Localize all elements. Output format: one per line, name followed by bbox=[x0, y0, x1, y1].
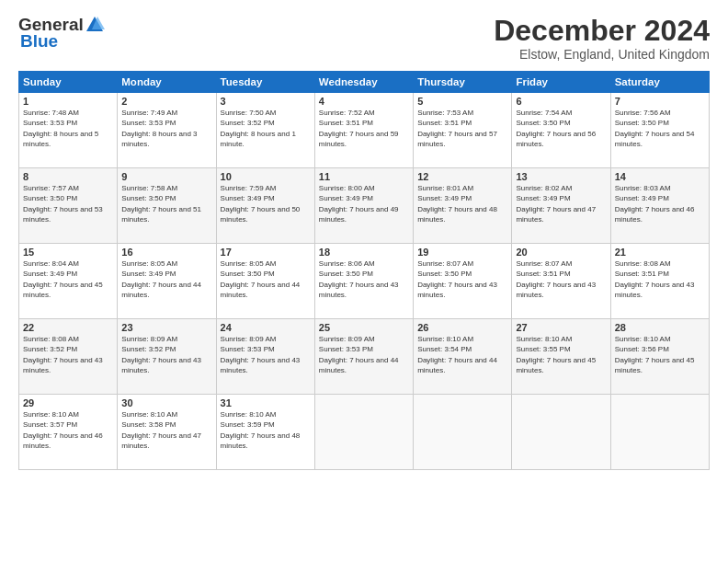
day-info: Sunrise: 8:10 AMSunset: 3:55 PMDaylight:… bbox=[516, 334, 606, 375]
day-info: Sunrise: 8:09 AMSunset: 3:53 PMDaylight:… bbox=[221, 334, 311, 375]
day-cell: 1 Sunrise: 7:48 AMSunset: 3:53 PMDayligh… bbox=[19, 93, 118, 168]
day-number: 22 bbox=[23, 322, 113, 333]
day-cell: 28 Sunrise: 8:10 AMSunset: 3:56 PMDaylig… bbox=[610, 319, 709, 395]
day-info: Sunrise: 7:57 AMSunset: 3:50 PMDaylight:… bbox=[23, 183, 113, 224]
day-number: 24 bbox=[221, 322, 311, 333]
day-info: Sunrise: 8:05 AMSunset: 3:50 PMDaylight:… bbox=[221, 259, 311, 300]
day-number: 29 bbox=[23, 397, 113, 408]
weekday-header-thursday: Thursday bbox=[414, 72, 512, 93]
day-number: 14 bbox=[615, 171, 705, 182]
day-info: Sunrise: 8:02 AMSunset: 3:49 PMDaylight:… bbox=[516, 183, 606, 224]
day-cell: 20 Sunrise: 8:07 AMSunset: 3:51 PMDaylig… bbox=[512, 244, 610, 319]
day-number: 26 bbox=[417, 322, 507, 333]
day-number: 15 bbox=[23, 247, 113, 258]
day-cell: 3 Sunrise: 7:50 AMSunset: 3:52 PMDayligh… bbox=[216, 93, 314, 168]
day-number: 6 bbox=[516, 96, 606, 107]
day-number: 9 bbox=[121, 171, 211, 182]
day-info: Sunrise: 8:08 AMSunset: 3:52 PMDaylight:… bbox=[23, 334, 113, 375]
week-row-4: 22 Sunrise: 8:08 AMSunset: 3:52 PMDaylig… bbox=[19, 319, 710, 395]
header: General Blue December 2024 Elstow, Engla… bbox=[18, 15, 710, 62]
day-info: Sunrise: 7:59 AMSunset: 3:49 PMDaylight:… bbox=[221, 183, 311, 224]
day-number: 12 bbox=[417, 171, 507, 182]
weekday-header-monday: Monday bbox=[118, 72, 216, 93]
day-cell: 24 Sunrise: 8:09 AMSunset: 3:53 PMDaylig… bbox=[216, 319, 314, 395]
day-cell: 30 Sunrise: 8:10 AMSunset: 3:58 PMDaylig… bbox=[118, 395, 216, 470]
day-number: 20 bbox=[516, 247, 606, 258]
day-cell: 21 Sunrise: 8:08 AMSunset: 3:51 PMDaylig… bbox=[610, 244, 709, 319]
day-cell: 25 Sunrise: 8:09 AMSunset: 3:53 PMDaylig… bbox=[314, 319, 413, 395]
day-cell: 15 Sunrise: 8:04 AMSunset: 3:49 PMDaylig… bbox=[19, 244, 118, 319]
day-number: 2 bbox=[121, 96, 211, 107]
weekday-header-row: SundayMondayTuesdayWednesdayThursdayFrid… bbox=[19, 72, 710, 93]
day-number: 30 bbox=[121, 397, 211, 408]
day-info: Sunrise: 8:07 AMSunset: 3:51 PMDaylight:… bbox=[516, 259, 606, 300]
day-info: Sunrise: 7:53 AMSunset: 3:51 PMDaylight:… bbox=[417, 108, 507, 149]
day-number: 23 bbox=[121, 322, 211, 333]
day-cell: 11 Sunrise: 8:00 AMSunset: 3:49 PMDaylig… bbox=[314, 168, 413, 244]
day-number: 17 bbox=[221, 247, 311, 258]
logo-icon bbox=[85, 15, 105, 35]
day-number: 16 bbox=[121, 247, 211, 258]
day-info: Sunrise: 7:48 AMSunset: 3:53 PMDaylight:… bbox=[23, 108, 113, 149]
day-number: 7 bbox=[615, 96, 705, 107]
day-number: 27 bbox=[516, 322, 606, 333]
day-info: Sunrise: 8:06 AMSunset: 3:50 PMDaylight:… bbox=[319, 259, 409, 300]
day-number: 5 bbox=[417, 96, 507, 107]
day-info: Sunrise: 7:50 AMSunset: 3:52 PMDaylight:… bbox=[221, 108, 311, 149]
day-number: 21 bbox=[615, 247, 705, 258]
day-cell: 16 Sunrise: 8:05 AMSunset: 3:49 PMDaylig… bbox=[118, 244, 216, 319]
day-number: 11 bbox=[319, 171, 409, 182]
week-row-3: 15 Sunrise: 8:04 AMSunset: 3:49 PMDaylig… bbox=[19, 244, 710, 319]
day-cell: 2 Sunrise: 7:49 AMSunset: 3:53 PMDayligh… bbox=[118, 93, 216, 168]
day-info: Sunrise: 8:07 AMSunset: 3:50 PMDaylight:… bbox=[417, 259, 507, 300]
day-info: Sunrise: 8:10 AMSunset: 3:54 PMDaylight:… bbox=[417, 334, 507, 375]
weekday-header-tuesday: Tuesday bbox=[216, 72, 314, 93]
day-info: Sunrise: 8:10 AMSunset: 3:59 PMDaylight:… bbox=[221, 409, 311, 451]
day-cell: 9 Sunrise: 7:58 AMSunset: 3:50 PMDayligh… bbox=[118, 168, 216, 244]
day-cell: 26 Sunrise: 8:10 AMSunset: 3:54 PMDaylig… bbox=[414, 319, 512, 395]
day-cell: 29 Sunrise: 8:10 AMSunset: 3:57 PMDaylig… bbox=[19, 395, 118, 470]
day-info: Sunrise: 7:49 AMSunset: 3:53 PMDaylight:… bbox=[121, 108, 211, 149]
day-number: 19 bbox=[417, 247, 507, 258]
day-cell: 17 Sunrise: 8:05 AMSunset: 3:50 PMDaylig… bbox=[216, 244, 314, 319]
day-number: 1 bbox=[23, 96, 113, 107]
week-row-1: 1 Sunrise: 7:48 AMSunset: 3:53 PMDayligh… bbox=[19, 93, 710, 168]
day-info: Sunrise: 8:01 AMSunset: 3:49 PMDaylight:… bbox=[417, 183, 507, 224]
day-number: 28 bbox=[615, 322, 705, 333]
location: Elstow, England, United Kingdom bbox=[494, 47, 710, 62]
day-info: Sunrise: 8:08 AMSunset: 3:51 PMDaylight:… bbox=[615, 259, 705, 300]
title-block: December 2024 Elstow, England, United Ki… bbox=[494, 15, 710, 62]
weekday-header-sunday: Sunday bbox=[19, 72, 118, 93]
day-cell: 10 Sunrise: 7:59 AMSunset: 3:49 PMDaylig… bbox=[216, 168, 314, 244]
day-cell bbox=[314, 395, 413, 470]
day-info: Sunrise: 8:10 AMSunset: 3:56 PMDaylight:… bbox=[615, 334, 705, 375]
day-cell: 31 Sunrise: 8:10 AMSunset: 3:59 PMDaylig… bbox=[216, 395, 314, 470]
day-cell: 18 Sunrise: 8:06 AMSunset: 3:50 PMDaylig… bbox=[314, 244, 413, 319]
logo-blue-text: Blue bbox=[18, 31, 58, 52]
day-cell: 12 Sunrise: 8:01 AMSunset: 3:49 PMDaylig… bbox=[414, 168, 512, 244]
month-title: December 2024 bbox=[494, 15, 710, 47]
weekday-header-friday: Friday bbox=[512, 72, 610, 93]
day-cell: 27 Sunrise: 8:10 AMSunset: 3:55 PMDaylig… bbox=[512, 319, 610, 395]
weekday-header-saturday: Saturday bbox=[610, 72, 709, 93]
day-info: Sunrise: 8:09 AMSunset: 3:53 PMDaylight:… bbox=[319, 334, 409, 375]
day-cell bbox=[610, 395, 709, 470]
logo: General Blue bbox=[18, 15, 106, 52]
week-row-2: 8 Sunrise: 7:57 AMSunset: 3:50 PMDayligh… bbox=[19, 168, 710, 244]
day-cell: 5 Sunrise: 7:53 AMSunset: 3:51 PMDayligh… bbox=[414, 93, 512, 168]
day-cell: 22 Sunrise: 8:08 AMSunset: 3:52 PMDaylig… bbox=[19, 319, 118, 395]
week-row-5: 29 Sunrise: 8:10 AMSunset: 3:57 PMDaylig… bbox=[19, 395, 710, 470]
day-cell: 6 Sunrise: 7:54 AMSunset: 3:50 PMDayligh… bbox=[512, 93, 610, 168]
day-number: 8 bbox=[23, 171, 113, 182]
day-cell: 13 Sunrise: 8:02 AMSunset: 3:49 PMDaylig… bbox=[512, 168, 610, 244]
day-info: Sunrise: 8:10 AMSunset: 3:58 PMDaylight:… bbox=[121, 409, 211, 451]
day-cell bbox=[414, 395, 512, 470]
calendar-table: SundayMondayTuesdayWednesdayThursdayFrid… bbox=[18, 71, 710, 470]
day-info: Sunrise: 7:58 AMSunset: 3:50 PMDaylight:… bbox=[121, 183, 211, 224]
day-info: Sunrise: 8:04 AMSunset: 3:49 PMDaylight:… bbox=[23, 259, 113, 300]
day-info: Sunrise: 8:10 AMSunset: 3:57 PMDaylight:… bbox=[23, 409, 113, 451]
day-number: 18 bbox=[319, 247, 409, 258]
day-info: Sunrise: 8:03 AMSunset: 3:49 PMDaylight:… bbox=[615, 183, 705, 224]
day-cell: 23 Sunrise: 8:09 AMSunset: 3:52 PMDaylig… bbox=[118, 319, 216, 395]
day-info: Sunrise: 8:05 AMSunset: 3:49 PMDaylight:… bbox=[121, 259, 211, 300]
